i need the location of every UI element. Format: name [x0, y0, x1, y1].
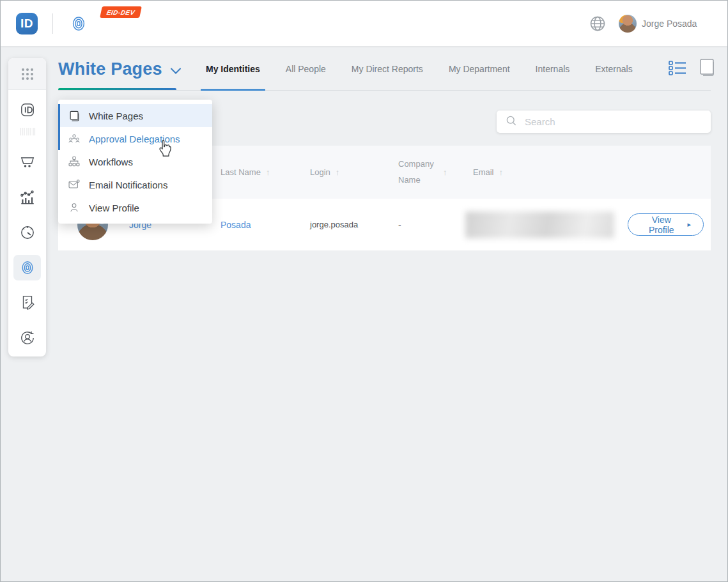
globe-icon[interactable]: [589, 15, 607, 33]
header-actions: [628, 146, 711, 199]
tab-my-identities[interactable]: My Identities: [201, 47, 265, 91]
pages-icon: [68, 110, 81, 122]
list-view-icon[interactable]: [668, 59, 687, 76]
cart-icon[interactable]: [8, 149, 46, 174]
topbar-divider: [52, 13, 53, 34]
tab-bar: My Identities All People My Direct Repor…: [201, 47, 638, 91]
sort-arrow-icon[interactable]: ↑: [499, 167, 504, 177]
tab-externals[interactable]: Externals: [590, 47, 637, 91]
menu-item-approval-delegations[interactable]: Approval Delegations: [58, 127, 212, 150]
redacted-email-blur: [465, 211, 614, 238]
header-email[interactable]: Email ↑: [473, 146, 628, 199]
sort-arrow-icon[interactable]: ↑: [336, 167, 340, 177]
menu-item-workflows[interactable]: Workflows: [58, 150, 212, 173]
sort-arrow-icon[interactable]: ↑: [266, 167, 270, 177]
topbar: ID EID-DEV Jorge Posada: [1, 1, 727, 46]
view-toggles: [668, 58, 716, 77]
barcode-icon[interactable]: [8, 119, 46, 144]
sort-arrow-icon[interactable]: ↑: [443, 167, 447, 177]
apps-grid-icon[interactable]: [8, 58, 46, 90]
app-window: ID EID-DEV Jorge Posada: [0, 0, 728, 582]
menu-item-email-notifications[interactable]: Email Notifications: [58, 173, 212, 196]
document-edit-icon[interactable]: [8, 289, 46, 315]
search-icon: [505, 114, 518, 130]
card-view-icon[interactable]: [699, 58, 716, 77]
tab-my-direct-reports[interactable]: My Direct Reports: [346, 47, 428, 91]
tab-all-people[interactable]: All People: [281, 47, 331, 91]
email-notification-icon: [68, 178, 81, 191]
cell-login: jorge.posada: [310, 199, 398, 250]
header-company-name[interactable]: Company Name ↑: [398, 146, 473, 199]
fingerprint-icon[interactable]: [13, 255, 41, 280]
view-profile-button[interactable]: View Profile ▸: [628, 213, 704, 236]
header-last-name[interactable]: Last Name ↑: [221, 146, 310, 199]
menu-item-view-profile[interactable]: View Profile: [58, 196, 212, 219]
workflow-icon: [68, 155, 81, 168]
header-login[interactable]: Login ↑: [310, 146, 398, 199]
search-bar: [497, 111, 711, 133]
cell-actions: View Profile ▸: [628, 199, 711, 250]
analytics-icon[interactable]: [8, 185, 46, 210]
cell-email: [473, 199, 628, 250]
chevron-down-icon: [170, 59, 182, 79]
sidebar: [8, 58, 46, 356]
cell-last-name: Posada: [221, 199, 310, 250]
app-logo[interactable]: ID: [16, 13, 38, 34]
last-name-link[interactable]: Posada: [221, 220, 251, 230]
page-switcher-menu: White Pages Approval Delegations: [58, 100, 212, 224]
cell-company-name: -: [398, 199, 473, 250]
page-title: White Pages: [58, 59, 162, 79]
menu-item-white-pages[interactable]: White Pages: [58, 104, 212, 127]
person-icon: [68, 202, 81, 213]
page-title-dropdown-trigger[interactable]: White Pages: [58, 59, 182, 79]
tab-internals[interactable]: Internals: [531, 47, 575, 91]
user-avatar[interactable]: [619, 15, 637, 33]
search-input[interactable]: [525, 116, 711, 127]
people-group-icon: [68, 132, 81, 145]
arrow-right-icon: ▸: [687, 220, 691, 229]
environment-badge: EID-DEV: [100, 6, 142, 18]
fingerprint-icon[interactable]: [70, 15, 88, 33]
user-name[interactable]: Jorge Posada: [642, 19, 697, 29]
person-history-icon[interactable]: [8, 325, 46, 351]
tab-my-department[interactable]: My Department: [444, 47, 515, 91]
gauge-icon[interactable]: [8, 220, 46, 245]
